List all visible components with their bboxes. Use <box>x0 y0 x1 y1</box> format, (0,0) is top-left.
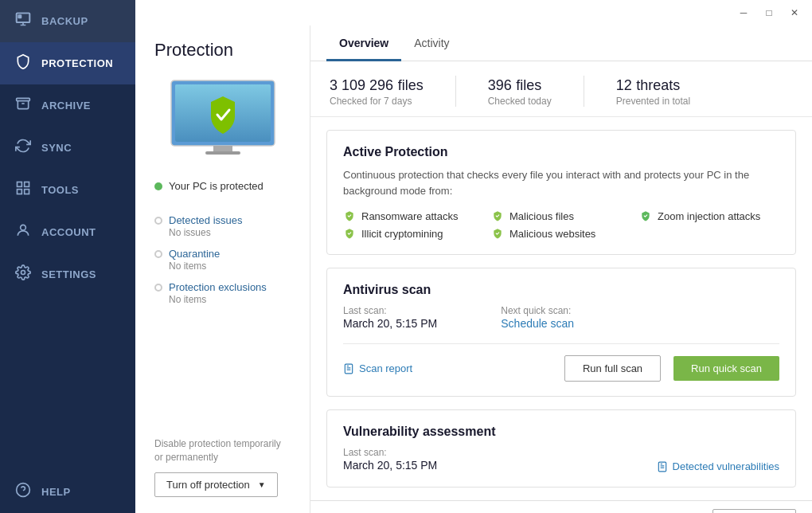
tools-icon <box>14 180 32 200</box>
shield-yellow-icon-3 <box>343 227 356 240</box>
feature-label-malicious-files: Malicious files <box>509 210 574 222</box>
left-bottom: Disable protection temporarily or perman… <box>135 425 310 513</box>
stat-label-7days: Checked for 7 days <box>330 96 424 107</box>
sidebar-item-label-protection: PROTECTION <box>41 57 113 69</box>
active-protection-desc: Continuous protection that checks every … <box>343 167 779 198</box>
stat-divider-1 <box>455 76 456 107</box>
stat-label-threats: Prevented in total <box>616 96 690 107</box>
sidebar-item-sync[interactable]: SYNC <box>0 127 135 169</box>
left-menu: Detected issues No issues Quarantine No … <box>135 203 310 316</box>
feature-malicious-files: Malicious files <box>491 210 631 222</box>
minimize-button[interactable]: ─ <box>732 4 755 22</box>
left-panel: Protection <box>135 25 310 513</box>
scan-report-label: Scan report <box>359 362 412 374</box>
last-scan-info: Last scan: March 20, 5:15 PM <box>343 305 437 331</box>
run-full-scan-button[interactable]: Run full scan <box>564 355 661 382</box>
sidebar-item-help[interactable]: HELP <box>0 471 135 513</box>
sidebar-item-label-account: ACCOUNT <box>41 226 96 238</box>
svg-rect-7 <box>18 190 22 194</box>
exclusions-sub: No items <box>169 294 291 305</box>
close-button[interactable]: ✕ <box>783 4 806 22</box>
quarantine-sub: No items <box>169 260 291 272</box>
menu-item-exclusions[interactable]: Protection exclusions No items <box>135 276 310 310</box>
turn-off-button[interactable]: Turn off protection ▼ <box>154 472 278 497</box>
tab-overview[interactable]: Overview <box>326 25 401 61</box>
svg-rect-6 <box>25 182 29 187</box>
scan-info: Last scan: March 20, 5:15 PM Next quick … <box>343 305 779 331</box>
feature-label-zoom: Zoom injection attacks <box>658 210 760 222</box>
titlebar: ─ □ ✕ <box>135 0 812 25</box>
vulnerability-title: Vulnerability assessment <box>343 425 779 439</box>
sidebar-item-protection[interactable]: PROTECTION <box>0 42 135 84</box>
scan-report-link[interactable]: Scan report <box>343 362 412 374</box>
vuln-row: Last scan: March 20, 5:15 PM Detected vu… <box>343 447 779 472</box>
sidebar-item-backup[interactable]: BACKUP <box>0 0 135 42</box>
detected-issues-sub: No issues <box>169 227 291 238</box>
sidebar-item-label-backup: BACKUP <box>41 15 88 27</box>
sidebar-item-label-archive: ARCHIVE <box>41 100 91 112</box>
account-icon <box>14 222 32 242</box>
maximize-button[interactable]: □ <box>758 4 780 22</box>
run-quick-scan-button[interactable]: Run quick scan <box>673 356 779 381</box>
active-protection-title: Active Protection <box>343 145 779 159</box>
right-panel: Overview Activity 3 109 296 files Checke… <box>310 25 812 513</box>
quarantine-label: Quarantine <box>169 248 220 260</box>
sidebar-item-account[interactable]: ACCOUNT <box>0 211 135 253</box>
report-icon <box>343 363 354 374</box>
sidebar-item-settings[interactable]: SETTINGS <box>0 253 135 296</box>
detected-issues-label: Detected issues <box>169 214 243 226</box>
svg-rect-18 <box>345 364 352 374</box>
sidebar-item-tools[interactable]: TOOLS <box>0 169 135 211</box>
svg-rect-16 <box>213 146 232 151</box>
shield-green-icon <box>639 210 652 222</box>
vuln-report-icon <box>657 461 668 472</box>
detected-vulnerabilities-link[interactable]: Detected vulnerabilities <box>657 460 779 472</box>
next-scan-label: Next quick scan: <box>501 305 574 316</box>
stat-value-today: 396 files <box>488 76 552 94</box>
antivirus-scan-title: Antivirus scan <box>343 283 779 297</box>
bottom-bar: Settings <box>310 500 812 513</box>
content-area: Protection <box>135 25 812 513</box>
feature-malicious-websites: Malicious websites <box>491 227 631 240</box>
chevron-down-icon: ▼ <box>258 480 266 489</box>
detected-vuln-label: Detected vulnerabilities <box>673 460 779 472</box>
vuln-last-scan-date: March 20, 5:15 PM <box>343 459 437 472</box>
menu-circle-icon-2 <box>154 250 162 258</box>
sidebar-item-archive[interactable]: ARCHIVE <box>0 84 135 127</box>
sidebar: BACKUP PROTECTION ARCHIVE SYNC TOOLS ACC… <box>0 0 135 513</box>
disable-text: Disable protection temporarily or perman… <box>154 437 291 464</box>
green-dot-icon <box>154 182 162 190</box>
antivirus-scan-card: Antivirus scan Last scan: March 20, 5:15… <box>326 268 796 397</box>
svg-point-10 <box>21 271 25 275</box>
settings-button[interactable]: Settings <box>712 509 796 513</box>
svg-point-9 <box>21 225 26 230</box>
stat-files-today: 396 files Checked today <box>488 76 552 107</box>
features-grid: Ransomware attacks Malicious files <box>343 210 779 240</box>
vulnerability-card: Vulnerability assessment Last scan: Marc… <box>326 409 796 488</box>
svg-rect-17 <box>205 151 240 155</box>
next-scan-info: Next quick scan: Schedule scan <box>501 305 574 331</box>
feature-zoom-injection: Zoom injection attacks <box>639 210 779 222</box>
monitor-image <box>135 69 310 175</box>
menu-item-detected-issues[interactable]: Detected issues No issues <box>135 210 310 243</box>
last-scan-label: Last scan: <box>343 305 437 316</box>
stat-label-today: Checked today <box>488 96 552 107</box>
main-area: ─ □ ✕ Protection <box>135 0 812 513</box>
stat-value-7days: 3 109 296 files <box>330 76 424 94</box>
svg-rect-4 <box>17 98 30 100</box>
stat-threats: 12 threats Prevented in total <box>616 76 690 107</box>
cards-area: Active Protection Continuous protection … <box>310 117 812 500</box>
tab-activity[interactable]: Activity <box>401 25 462 61</box>
sidebar-item-label-settings: SETTINGS <box>41 268 96 280</box>
schedule-scan-link[interactable]: Schedule scan <box>501 317 574 330</box>
backup-icon <box>14 11 32 31</box>
menu-item-quarantine[interactable]: Quarantine No items <box>135 243 310 276</box>
page-title: Protection <box>135 25 310 69</box>
sidebar-item-label-sync: SYNC <box>41 142 72 154</box>
sync-icon <box>14 138 32 158</box>
vuln-last-scan-info: Last scan: March 20, 5:15 PM <box>343 447 437 472</box>
scan-actions: Scan report Run full scan Run quick scan <box>343 343 779 382</box>
svg-rect-5 <box>18 182 22 187</box>
protection-icon <box>14 53 32 73</box>
shield-yellow-icon-2 <box>491 210 504 222</box>
